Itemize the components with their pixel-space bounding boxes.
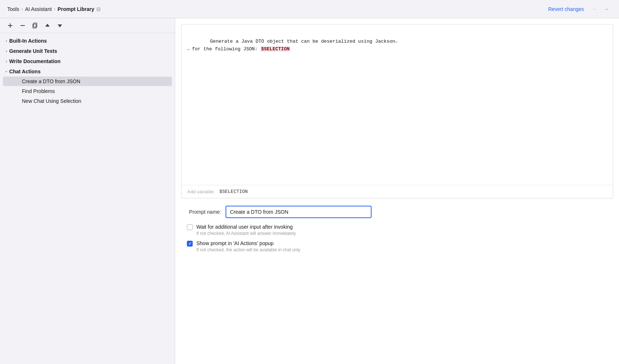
breadcrumb-tools[interactable]: Tools xyxy=(7,6,19,12)
prompt-text-line2: for the following JSON: xyxy=(192,46,260,52)
main-layout: › Built-In Actions › Generate Unit Tests… xyxy=(0,18,619,364)
checkbox-wait-hint: If not checked, AI Assistant will answer… xyxy=(196,231,296,236)
indent-arrow: ↵ xyxy=(187,47,192,51)
prompt-name-label: Prompt name: xyxy=(181,209,221,215)
checkbox-show-popup: Show prompt in 'AI Actions' popup If not… xyxy=(187,240,613,252)
chevron-chat-actions: › xyxy=(4,71,8,72)
breadcrumb-sep1: › xyxy=(22,7,23,12)
group-header-generate-unit-tests[interactable]: › Generate Unit Tests xyxy=(0,46,175,56)
move-up-button[interactable] xyxy=(43,22,52,29)
group-generate-unit-tests: › Generate Unit Tests xyxy=(0,46,175,56)
prompt-name-input[interactable] xyxy=(226,206,372,218)
group-label-chat-actions: Chat Actions xyxy=(9,69,41,74)
breadcrumb-sep2: › xyxy=(54,7,55,12)
checkbox-wait-input-labels: Wait for additional user input after inv… xyxy=(196,224,296,236)
group-built-in-actions: › Built-In Actions xyxy=(0,36,175,46)
item-label-create-dto: Create a DTO from JSON xyxy=(22,78,80,84)
group-label-write-documentation: Write Documentation xyxy=(9,58,61,64)
svg-rect-2 xyxy=(20,25,25,26)
breadcrumb-prompt-library: Prompt Library xyxy=(58,6,94,12)
group-chat-actions: › Chat Actions Create a DTO from JSON Fi… xyxy=(0,67,175,106)
checkbox-wait-label: Wait for additional user input after inv… xyxy=(196,224,296,230)
sidebar: › Built-In Actions › Generate Unit Tests… xyxy=(0,18,175,364)
add-button[interactable] xyxy=(6,22,15,29)
add-variable-label: Add variable: xyxy=(187,189,215,194)
svg-rect-1 xyxy=(8,25,12,26)
breadcrumb-ai-assistant[interactable]: AI Assistant xyxy=(25,6,52,12)
item-find-problems[interactable]: Find Problems xyxy=(3,86,172,96)
wrap-arrow: ↵ xyxy=(395,39,398,44)
variable-tag-selection[interactable]: $SELECTION xyxy=(219,189,248,194)
prompt-variable-selection: $SELECTION xyxy=(260,46,290,52)
checkbox-show-label: Show prompt in 'AI Actions' popup xyxy=(196,240,300,246)
forward-button[interactable]: → xyxy=(601,5,612,13)
breadcrumb: Tools › AI Assistant › Prompt Library ⊟ xyxy=(7,6,101,12)
prompt-editor-content[interactable]: Generate a Java DTO object that can be d… xyxy=(181,24,613,185)
header-right: Revert changes ← → xyxy=(548,5,612,13)
checkbox-show-hint: If not checked, the action will be avail… xyxy=(196,247,300,252)
prompt-editor-footer: Add variable: $SELECTION xyxy=(181,185,613,198)
group-header-chat-actions[interactable]: › Chat Actions xyxy=(0,67,175,76)
copy-button[interactable] xyxy=(31,22,39,29)
form-area: Prompt name: Wait for additional user in… xyxy=(175,198,619,260)
nav-arrows: ← → xyxy=(590,5,612,13)
checkbox-show-popup-labels: Show prompt in 'AI Actions' popup If not… xyxy=(196,240,300,252)
checkbox-wait-input: Wait for additional user input after inv… xyxy=(187,224,613,236)
group-header-built-in-actions[interactable]: › Built-In Actions xyxy=(0,36,175,46)
checkbox-wait-input-control[interactable] xyxy=(187,224,193,230)
svg-marker-5 xyxy=(45,24,50,27)
header: Tools › AI Assistant › Prompt Library ⊟ … xyxy=(0,0,619,18)
prompt-text-line1: Generate a Java DTO object that can be d… xyxy=(210,39,397,44)
prompt-name-row: Prompt name: xyxy=(181,206,613,218)
item-label-find-problems: Find Problems xyxy=(22,88,55,94)
chevron-built-in-actions: › xyxy=(6,39,7,43)
back-button[interactable]: ← xyxy=(590,5,600,13)
content-area: Generate a Java DTO object that can be d… xyxy=(175,18,619,364)
group-write-documentation: › Write Documentation xyxy=(0,57,175,66)
group-label-built-in-actions: Built-In Actions xyxy=(9,38,47,44)
group-header-write-documentation[interactable]: › Write Documentation xyxy=(0,57,175,66)
item-new-chat[interactable]: New Chat Using Selection xyxy=(3,96,172,106)
window-minimize-icon[interactable]: ⊟ xyxy=(96,6,101,12)
checkbox-row: Wait for additional user input after inv… xyxy=(187,224,613,252)
group-label-generate-unit-tests: Generate Unit Tests xyxy=(9,48,57,54)
revert-changes-button[interactable]: Revert changes xyxy=(548,6,584,12)
chevron-write-documentation: › xyxy=(6,59,7,63)
sidebar-toolbar xyxy=(0,18,175,33)
item-create-dto[interactable]: Create a DTO from JSON xyxy=(3,77,172,86)
prompt-editor-box: Generate a Java DTO object that can be d… xyxy=(181,24,613,198)
remove-button[interactable] xyxy=(18,22,27,29)
sidebar-tree: › Built-In Actions › Generate Unit Tests… xyxy=(0,33,175,364)
svg-marker-6 xyxy=(58,24,62,27)
chevron-generate-unit-tests: › xyxy=(6,49,7,53)
move-down-button[interactable] xyxy=(55,22,64,29)
chat-actions-items: Create a DTO from JSON Find Problems New… xyxy=(0,77,175,106)
item-label-new-chat: New Chat Using Selection xyxy=(22,98,81,104)
checkbox-show-popup-control[interactable] xyxy=(187,241,193,247)
